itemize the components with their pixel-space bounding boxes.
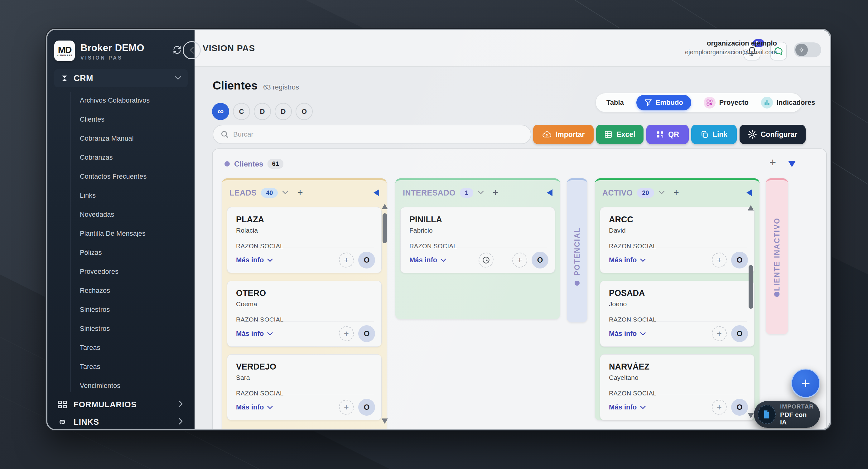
sidebar-section-label: CRM [73,73,93,83]
tab-proyecto[interactable]: Proyecto [704,97,749,108]
client-card-verdejo[interactable]: VERDEJO Sara RAZON SOCIAL Más info + O [227,354,382,420]
sidebar-item-siniestros-2[interactable]: Siniestros [48,319,194,338]
scroll-down-arrow[interactable] [382,418,388,424]
sync-icon[interactable] [172,45,182,56]
importar-button[interactable]: Importar [533,125,594,144]
chip-all[interactable]: ∞ [212,103,229,120]
add-assignee-button[interactable]: + [512,253,527,268]
scrollbar-thumb[interactable] [382,213,387,243]
add-column-button[interactable]: + [770,156,776,169]
sidebar-item-vencimientos[interactable]: Vencimientos [48,376,194,396]
mas-info-link[interactable]: Más info [609,403,646,411]
sidebar-item-siniestros-1[interactable]: Siniestros [48,300,194,319]
group-label: Clientes [234,160,263,168]
client-card-otero[interactable]: OTERO Coema RAZON SOCIAL Más info + O [227,281,382,347]
chip-c[interactable]: C [233,103,250,120]
assignee-avatar[interactable]: O [358,325,375,342]
search-input[interactable] [233,130,501,138]
scrollbar-thumb[interactable] [749,265,753,309]
assignee-avatar[interactable]: O [358,399,375,416]
mas-info-link[interactable]: Más info [609,256,646,264]
sidebar-section-formularios[interactable]: FORMULARIOS [48,396,194,413]
sidebar-item-polizas[interactable]: Pólizas [48,243,194,262]
sidebar-collapse-button[interactable] [183,41,201,59]
board-filter-icon[interactable] [788,161,796,167]
client-card-posada[interactable]: POSADA Joeno RAZON SOCIAL Más info + O [600,281,754,347]
add-client-fab[interactable]: + [791,369,820,398]
sidebar-item-cobranza-manual[interactable]: Cobranza Manual [48,129,194,148]
chip-d2[interactable]: D [275,103,292,120]
mas-info-link[interactable]: Más info [409,256,446,264]
chevron-down-icon[interactable] [478,190,484,195]
sidebar-item-links[interactable]: Links [48,186,194,205]
tab-embudo[interactable]: Embudo [637,95,691,111]
sidebar-section-links[interactable]: LINKS [48,413,194,430]
sidebar-item-rechazos[interactable]: Rechazos [48,281,194,300]
sidebar-section-crm[interactable]: CRM [54,69,188,87]
client-card-narvaez[interactable]: NARVÁEZ Cayeitano RAZON SOCIAL Más info … [600,354,754,420]
add-assignee-button[interactable]: + [339,253,354,268]
sidebar-item-tareas-2[interactable]: Tareas [48,357,194,376]
collapse-column-icon[interactable] [547,189,553,196]
column-interesado: INTERESADO 1 + PINILLA Fabricio RAZON SO… [395,178,560,319]
chip-o[interactable]: O [296,103,313,120]
assignee-avatar[interactable]: O [358,252,375,269]
qr-button[interactable]: QR [646,125,689,144]
scroll-up-arrow[interactable] [382,204,388,209]
tab-indicadores[interactable]: Indicadores [761,97,815,108]
sidebar-item-clientes[interactable]: Clientes [48,110,194,129]
mas-info-link[interactable]: Más info [609,330,646,338]
column-cliente-inactivo-collapsed[interactable]: CLIENTE INACTIVO [766,178,788,334]
mas-info-link[interactable]: Más info [236,330,273,338]
card-footer: Más info + O [409,251,549,269]
divider [236,395,374,395]
divider [236,321,374,321]
link-button[interactable]: Link [691,125,737,144]
client-card-pinilla[interactable]: PINILLA Fabricio RAZON SOCIAL Más info [400,207,555,273]
add-card-button[interactable]: + [674,187,679,198]
assignee-avatar[interactable]: O [731,325,748,342]
add-assignee-button[interactable]: + [712,253,727,268]
assignee-avatar[interactable]: O [731,399,748,416]
sidebar-item-plantilla-de-mensajes[interactable]: Plantilla De Mensajes [48,224,194,243]
assignee-avatar[interactable]: O [532,252,549,269]
add-card-button[interactable]: + [493,187,498,198]
theme-toggle[interactable] [794,42,821,57]
collapse-column-icon[interactable] [746,189,752,196]
sidebar-item-proveedores[interactable]: Proveedores [48,262,194,281]
scroll-up-arrow[interactable] [748,205,754,211]
client-card-arcc[interactable]: ARCC David RAZON SOCIAL Más info + O [600,207,754,273]
mas-info-link[interactable]: Más info [236,403,273,411]
card-field-label: RAZON SOCIAL [236,390,373,397]
assignee-avatar[interactable]: O [731,252,748,269]
add-card-button[interactable]: + [297,187,303,198]
client-card-plaza[interactable]: PLAZA Rolacia RAZON SOCIAL Más info + O [227,207,382,273]
column-activo: ACTIVO 20 + ARCC David RAZON SOCIAL [595,178,760,420]
reminder-clock-button[interactable] [478,253,494,268]
scroll-down-arrow[interactable] [748,413,754,418]
chevron-down-icon[interactable] [658,190,665,195]
org-profile[interactable]: organizacion ejemplo ejemploorganizacion… [643,39,777,56]
sidebar-item-contactos-frecuentes[interactable]: Contactos Frecuentes [48,167,194,186]
mas-info-link[interactable]: Más info [236,256,273,264]
add-assignee-button[interactable]: + [339,326,354,341]
chevron-down-icon[interactable] [282,190,288,195]
sidebar-item-tareas-1[interactable]: Tareas [48,338,194,357]
excel-button[interactable]: Excel [596,125,644,144]
collapse-column-icon[interactable] [373,189,379,196]
tab-tabla[interactable]: Tabla [607,98,624,107]
import-pdf-ai-button[interactable]: IMPORTAR PDF con IA [754,401,820,428]
chip-d1[interactable]: D [254,103,271,120]
divider [609,248,747,248]
add-assignee-button[interactable]: + [712,400,727,415]
column-potencial-collapsed[interactable]: POTENCIAL [567,178,587,322]
sidebar-item-novedadas[interactable]: Novedadas [48,205,194,224]
brand-logo-text: MD [58,45,71,54]
brand-logo[interactable]: MD VISION PAS [54,40,75,61]
sidebar-item-archivos-colaborativos[interactable]: Archivos Colaborativos [48,91,194,110]
add-assignee-button[interactable]: + [712,326,727,341]
add-assignee-button[interactable]: + [339,400,354,415]
sidebar-item-cobranzas[interactable]: Cobranzas [48,148,194,167]
column-body: PLAZA Rolacia RAZON SOCIAL Más info + O [222,205,386,420]
configurar-button[interactable]: Configurar [740,125,806,144]
